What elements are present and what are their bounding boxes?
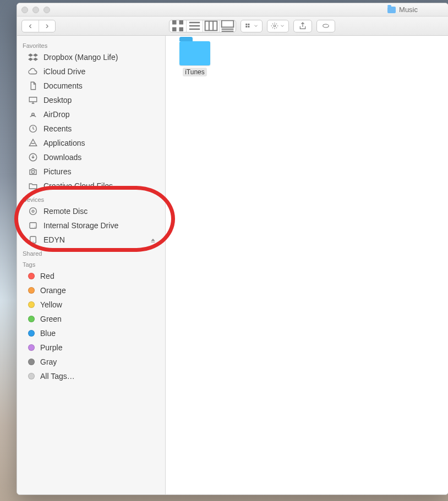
content-area[interactable]: iTunes xyxy=(166,36,448,494)
sidebar-item-label: Documents xyxy=(43,81,83,90)
share-button[interactable] xyxy=(293,20,312,32)
window-titlebar: Music xyxy=(17,3,448,16)
sidebar-item-label: Dropbox (Mango Life) xyxy=(43,53,118,62)
doc-icon xyxy=(28,81,38,91)
sidebar-item-icloud[interactable]: iCloud Drive xyxy=(17,64,165,79)
sidebar-item-label: All Tags… xyxy=(40,372,75,381)
sidebar-tag-purple[interactable]: Purple xyxy=(17,340,165,355)
sidebar-item-label: AirDrop xyxy=(43,110,69,119)
icon-view-button[interactable] xyxy=(170,20,186,32)
camera-icon xyxy=(28,167,38,177)
sidebar-tag-gray[interactable]: Gray xyxy=(17,355,165,369)
sidebar-item-label: iCloud Drive xyxy=(43,67,85,76)
sidebar-item-label: Downloads xyxy=(43,153,81,162)
airdrop-icon xyxy=(28,109,38,119)
sidebar-tag-orange[interactable]: Orange xyxy=(17,283,165,298)
minimize-icon[interactable] xyxy=(32,7,39,13)
clock-icon xyxy=(28,124,38,134)
toolbar: ‹ › xyxy=(17,16,448,36)
sidebar-item-edyn[interactable]: EDYN xyxy=(17,233,165,247)
desktop-icon xyxy=(28,95,38,105)
hdd-icon xyxy=(28,221,38,230)
sidebar: FavoritesDropbox (Mango Life)iCloud Driv… xyxy=(17,36,166,494)
back-button[interactable]: ‹ xyxy=(22,20,39,32)
sidebar-item-label: Internal Storage Drive xyxy=(43,221,118,230)
forward-button[interactable]: › xyxy=(39,20,55,32)
sidebar-tag-red[interactable]: Red xyxy=(17,269,165,283)
sidebar-tag-yellow[interactable]: Yellow xyxy=(17,298,165,312)
sidebar-item-remote-disc[interactable]: Remote Disc xyxy=(17,204,165,218)
tag-dot-icon xyxy=(28,316,35,322)
sidebar-item-label: Green xyxy=(40,315,62,323)
column-view-button[interactable] xyxy=(203,20,219,32)
sidebar-item-label: Orange xyxy=(40,286,66,295)
sidebar-item-label: Creative Cloud Files xyxy=(43,181,113,190)
sidebar-item-label: Red xyxy=(40,272,54,280)
finder-window: Music ‹ › xyxy=(17,3,448,495)
external-icon xyxy=(28,235,38,245)
file-item-itunes[interactable]: iTunes xyxy=(172,41,217,76)
zoom-icon[interactable] xyxy=(43,7,50,13)
list-view-button[interactable] xyxy=(186,20,203,32)
cloud-icon xyxy=(28,67,38,76)
sidebar-tag-green[interactable]: Green xyxy=(17,312,165,326)
sidebar-item-label: Pictures xyxy=(43,167,72,176)
sidebar-item-label: EDYN xyxy=(43,235,65,244)
tag-dot-icon xyxy=(28,287,35,294)
music-folder-icon xyxy=(387,7,396,13)
app-icon xyxy=(28,138,38,148)
sidebar-item-airdrop[interactable]: AirDrop xyxy=(17,107,165,122)
download-icon xyxy=(28,152,38,162)
dropbox-icon xyxy=(28,52,38,62)
action-button[interactable] xyxy=(267,20,289,32)
sidebar-item-dropbox[interactable]: Dropbox (Mango Life) xyxy=(17,50,165,64)
sidebar-item-label: Yellow xyxy=(40,300,62,309)
arrange-button[interactable] xyxy=(241,20,263,32)
tag-dot-icon xyxy=(28,330,35,337)
section-header-devices[interactable]: Devices xyxy=(17,193,165,204)
sidebar-item-recents[interactable]: Recents xyxy=(17,122,165,136)
window-title-text: Music xyxy=(399,5,418,14)
tag-dot-icon xyxy=(28,344,35,351)
section-header-favorites[interactable]: Favorites xyxy=(17,39,165,50)
close-icon[interactable] xyxy=(21,7,28,13)
file-item-label: iTunes xyxy=(183,68,207,76)
sidebar-item-label: Applications xyxy=(43,139,85,147)
sidebar-item-label: Purple xyxy=(40,343,62,352)
tag-dot-icon xyxy=(28,373,35,379)
sidebar-item-label: Gray xyxy=(40,357,57,366)
sidebar-item-creative-cloud[interactable]: Creative Cloud Files xyxy=(17,179,165,193)
folder-icon xyxy=(179,41,210,65)
cover-view-button[interactable] xyxy=(219,20,236,32)
disc-icon xyxy=(28,206,38,216)
section-header-tags[interactable]: Tags xyxy=(17,258,165,269)
tag-dot-icon xyxy=(28,273,35,279)
sidebar-item-applications[interactable]: Applications xyxy=(17,136,165,150)
eject-icon[interactable] xyxy=(150,236,156,243)
nav-buttons: ‹ › xyxy=(21,20,56,32)
tag-edit-button[interactable] xyxy=(316,20,335,32)
sidebar-item-label: Desktop xyxy=(43,96,72,104)
view-mode-switcher xyxy=(169,20,236,32)
sidebar-item-desktop[interactable]: Desktop xyxy=(17,93,165,107)
sidebar-item-label: Blue xyxy=(40,329,56,338)
sidebar-item-documents[interactable]: Documents xyxy=(17,79,165,93)
sidebar-item-downloads[interactable]: Downloads xyxy=(17,150,165,164)
folder-icon xyxy=(28,181,38,191)
sidebar-item-label: Recents xyxy=(43,124,72,133)
tag-dot-icon xyxy=(28,359,35,365)
window-title: Music xyxy=(387,5,418,14)
sidebar-tag-all[interactable]: All Tags… xyxy=(17,369,165,383)
sidebar-item-internal-storage[interactable]: Internal Storage Drive xyxy=(17,218,165,233)
section-header-shared[interactable]: Shared xyxy=(17,247,165,258)
sidebar-item-pictures[interactable]: Pictures xyxy=(17,164,165,179)
sidebar-tag-blue[interactable]: Blue xyxy=(17,326,165,340)
sidebar-item-label: Remote Disc xyxy=(43,207,88,216)
traffic-lights xyxy=(21,7,50,13)
tag-dot-icon xyxy=(28,301,35,308)
